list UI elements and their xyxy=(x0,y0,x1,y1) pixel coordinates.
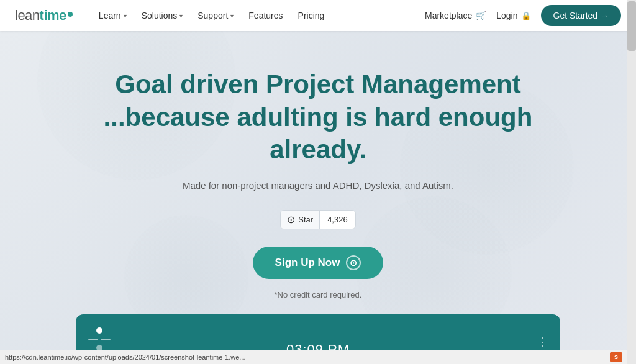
login-label: Login xyxy=(496,11,517,20)
signup-arrow-icon: ⊙ xyxy=(346,255,361,270)
status-badge: S xyxy=(610,352,622,362)
signup-label: Sign Up Now xyxy=(275,257,340,269)
hero-title-line1: Goal driven Project Management xyxy=(115,70,521,99)
status-bar: https://cdn.leantime.io/wp-content/uploa… xyxy=(0,350,627,364)
no-cc-text: *No credit card required. xyxy=(88,290,548,299)
chevron-down-icon: ▾ xyxy=(124,12,127,19)
app-menu-dots-icon[interactable]: ⋮ xyxy=(537,335,548,348)
hero-subtitle: Made for non-project managers and ADHD, … xyxy=(88,179,548,193)
scrollbar[interactable] xyxy=(627,0,636,364)
hero-title-line2: ...because adulting is hard enough alrea… xyxy=(104,102,533,165)
logo-dot xyxy=(68,12,73,17)
login-link[interactable]: Login 🔒 xyxy=(496,11,530,20)
nav-item-support[interactable]: Support ▾ xyxy=(191,7,240,24)
nav-learn-label: Learn xyxy=(99,11,121,20)
github-star-count[interactable]: 4,326 xyxy=(320,212,355,227)
github-star-widget[interactable]: ⊙ Star 4,326 xyxy=(280,210,355,229)
nav-right: Marketplace 🛒 Login 🔒 Get Started → xyxy=(425,5,621,26)
nav-item-learn[interactable]: Learn ▾ xyxy=(93,7,133,24)
logo-lean: lean xyxy=(15,7,40,24)
logo[interactable]: leantime xyxy=(15,7,73,24)
status-url: https://cdn.leantime.io/wp-content/uploa… xyxy=(5,353,607,361)
chevron-down-icon: ▾ xyxy=(230,12,234,19)
hero-section: Goal driven Project Management ...becaus… xyxy=(0,31,636,364)
hero-content: Goal driven Project Management ...becaus… xyxy=(76,68,560,319)
marketplace-link[interactable]: Marketplace 🛒 xyxy=(425,11,486,20)
nav-pricing-label: Pricing xyxy=(298,11,325,20)
nav-solutions-label: Solutions xyxy=(142,11,178,20)
get-started-label: Get Started → xyxy=(553,11,609,20)
bar-line xyxy=(88,339,98,340)
github-star-button[interactable]: ⊙ Star xyxy=(281,211,320,229)
nav-item-pricing[interactable]: Pricing xyxy=(292,7,331,24)
github-star-label: Star xyxy=(298,215,313,224)
app-preview-left xyxy=(88,327,111,351)
app-icon-bar xyxy=(88,339,111,340)
signup-button[interactable]: Sign Up Now ⊙ xyxy=(253,247,384,279)
github-icon: ⊙ xyxy=(287,214,295,225)
app-dot-1 xyxy=(96,327,102,334)
bar-line xyxy=(101,339,111,340)
navbar: leantime Learn ▾ Solutions ▾ Support ▾ F… xyxy=(0,0,636,31)
nav-item-features[interactable]: Features xyxy=(242,7,289,24)
chevron-down-icon: ▾ xyxy=(179,12,183,19)
logo-time: time xyxy=(40,7,66,24)
marketplace-label: Marketplace xyxy=(425,11,472,20)
scrollbar-thumb[interactable] xyxy=(627,1,636,51)
get-started-button[interactable]: Get Started → xyxy=(541,5,621,26)
nav-item-solutions[interactable]: Solutions ▾ xyxy=(135,7,189,24)
nav-support-label: Support xyxy=(198,11,228,20)
nav-features-label: Features xyxy=(248,11,283,20)
hero-title: Goal driven Project Management ...becaus… xyxy=(88,68,548,166)
nav-links: Learn ▾ Solutions ▾ Support ▾ Features P… xyxy=(93,7,425,24)
cart-icon: 🛒 xyxy=(476,11,486,20)
lock-icon: 🔒 xyxy=(521,11,531,20)
